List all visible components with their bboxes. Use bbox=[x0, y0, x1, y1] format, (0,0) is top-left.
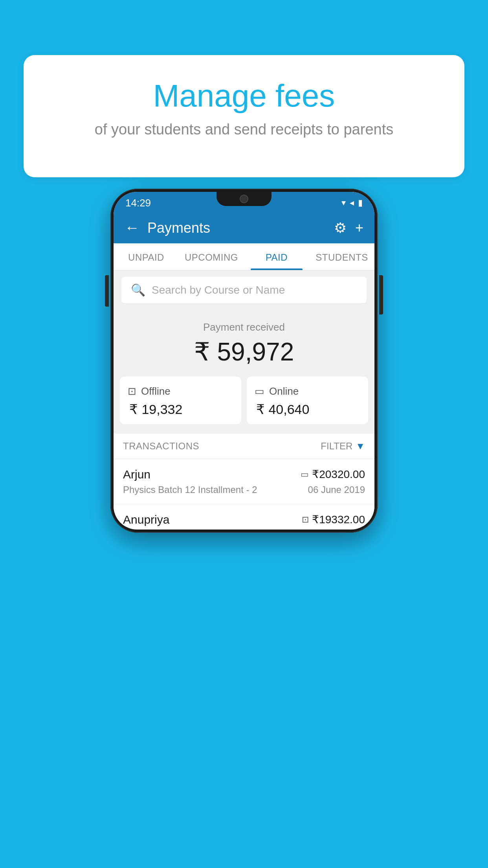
front-camera bbox=[240, 195, 248, 203]
transaction-row: Arjun ▭ ₹20320.00 bbox=[123, 468, 365, 481]
payment-total-amount: ₹ 59,972 bbox=[114, 337, 374, 366]
online-icon: ▭ bbox=[255, 385, 264, 397]
transaction-name: Anupriya bbox=[123, 513, 169, 526]
add-icon[interactable]: + bbox=[355, 220, 363, 236]
header-left: ← Payments bbox=[125, 219, 210, 236]
bubble-title: Manage fees bbox=[47, 79, 441, 113]
speech-bubble: Manage fees of your students and send re… bbox=[24, 55, 464, 177]
tab-students[interactable]: STUDENTS bbox=[309, 243, 374, 270]
transaction-sub: Physics Batch 12 Installment - 2 06 June… bbox=[123, 484, 365, 495]
transaction-amount-wrap: ▭ ₹20320.00 bbox=[301, 468, 365, 481]
tab-unpaid[interactable]: UNPAID bbox=[114, 243, 179, 270]
back-button[interactable]: ← bbox=[125, 219, 139, 236]
bubble-subtitle: of your students and send receipts to pa… bbox=[47, 121, 441, 138]
tabs-bar: UNPAID UPCOMING PAID STUDENTS bbox=[114, 243, 374, 270]
tab-upcoming[interactable]: UPCOMING bbox=[179, 243, 244, 270]
status-icons: ▾ ◂ ▮ bbox=[341, 198, 363, 208]
offline-icon: ⊡ bbox=[128, 385, 136, 397]
online-card-top: ▭ Online bbox=[255, 385, 360, 397]
offline-amount: ₹ 19,332 bbox=[128, 401, 233, 417]
transaction-name: Arjun bbox=[123, 468, 150, 481]
phone-mockup: 14:29 ▾ ◂ ▮ ← Payments ⚙ + bbox=[110, 189, 378, 533]
payment-cards: ⊡ Offline ₹ 19,332 ▭ Online ₹ 40,640 bbox=[114, 377, 374, 434]
search-bar[interactable]: 🔍 Search by Course or Name bbox=[121, 277, 367, 303]
battery-icon: ▮ bbox=[358, 198, 363, 208]
search-input[interactable]: Search by Course or Name bbox=[152, 284, 285, 296]
offline-label: Offline bbox=[141, 385, 171, 397]
header-right: ⚙ + bbox=[334, 220, 363, 236]
phone-notch bbox=[216, 192, 272, 206]
status-time: 14:29 bbox=[125, 197, 151, 209]
payment-type-icon: ⊡ bbox=[302, 515, 309, 525]
transaction-item[interactable]: Anupriya ⊡ ₹19332.00 bbox=[114, 504, 374, 526]
search-container: 🔍 Search by Course or Name bbox=[114, 270, 374, 309]
transaction-amount: ₹19332.00 bbox=[312, 513, 365, 526]
offline-card-top: ⊡ Offline bbox=[128, 385, 233, 397]
transaction-amount-wrap: ⊡ ₹19332.00 bbox=[302, 513, 365, 526]
payment-received-label: Payment received bbox=[114, 321, 374, 333]
tab-paid[interactable]: PAID bbox=[244, 243, 309, 270]
search-icon: 🔍 bbox=[131, 283, 145, 297]
transaction-row: Anupriya ⊡ ₹19332.00 bbox=[123, 513, 365, 526]
filter-label: FILTER bbox=[321, 441, 352, 452]
filter-icon: ▼ bbox=[356, 441, 365, 452]
offline-card: ⊡ Offline ₹ 19,332 bbox=[120, 377, 241, 424]
payment-type-icon: ▭ bbox=[301, 469, 309, 480]
app-header: ← Payments ⚙ + bbox=[114, 212, 374, 243]
transactions-label: TRANSACTIONS bbox=[123, 441, 199, 452]
header-title: Payments bbox=[147, 220, 210, 236]
online-amount: ₹ 40,640 bbox=[255, 401, 360, 417]
payment-summary: Payment received ₹ 59,972 bbox=[114, 309, 374, 377]
speech-bubble-section: Manage fees of your students and send re… bbox=[24, 55, 464, 177]
phone-screen: 14:29 ▾ ◂ ▮ ← Payments ⚙ + bbox=[114, 192, 374, 530]
transaction-date: 06 June 2019 bbox=[308, 484, 365, 495]
online-card: ▭ Online ₹ 40,640 bbox=[247, 377, 368, 424]
transaction-item[interactable]: Arjun ▭ ₹20320.00 Physics Batch 12 Insta… bbox=[114, 459, 374, 504]
phone-body: 14:29 ▾ ◂ ▮ ← Payments ⚙ + bbox=[110, 189, 378, 533]
transaction-course: Physics Batch 12 Installment - 2 bbox=[123, 484, 257, 495]
filter-button[interactable]: FILTER ▼ bbox=[321, 441, 365, 452]
transaction-amount: ₹20320.00 bbox=[312, 468, 365, 481]
transactions-header: TRANSACTIONS FILTER ▼ bbox=[114, 434, 374, 459]
online-label: Online bbox=[269, 385, 299, 397]
wifi-icon: ▾ bbox=[341, 198, 346, 208]
signal-icon: ◂ bbox=[350, 198, 354, 208]
settings-icon[interactable]: ⚙ bbox=[334, 220, 347, 236]
